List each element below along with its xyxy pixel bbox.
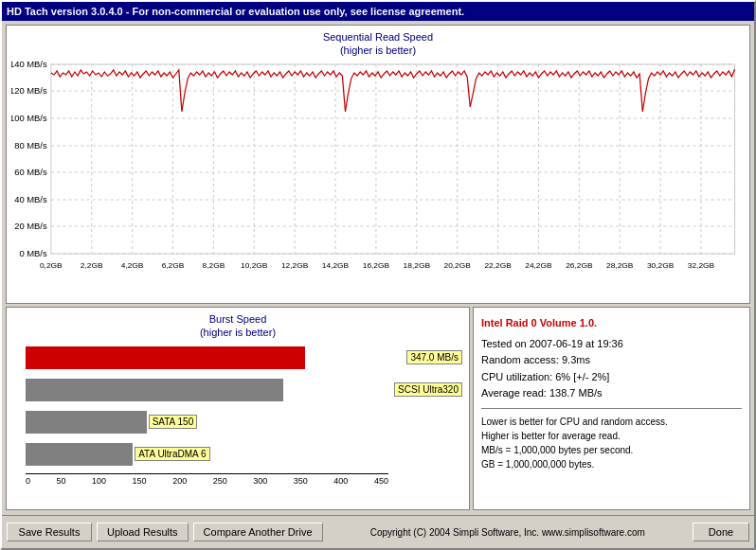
svg-text:80 MB/s: 80 MB/s xyxy=(14,141,47,151)
svg-text:14,2GB: 14,2GB xyxy=(322,261,350,270)
title-bar: HD Tach version 3.0.4.0 - For non-commer… xyxy=(2,2,754,21)
svg-text:24,2GB: 24,2GB xyxy=(525,261,552,270)
x-label-300: 300 xyxy=(253,476,267,486)
svg-text:12,2GB: 12,2GB xyxy=(281,261,309,270)
x-label-0: 0 xyxy=(26,476,30,486)
info-drive-title: Intel Raid 0 Volume 1.0. xyxy=(481,315,742,332)
burst-bar-scsi xyxy=(26,379,283,401)
burst-bar-ata xyxy=(26,443,133,466)
svg-text:32,2GB: 32,2GB xyxy=(688,261,715,270)
burst-chart-title: Burst Speed (higher is better) xyxy=(11,312,464,340)
svg-text:20,2GB: 20,2GB xyxy=(444,261,472,270)
info-line-3: CPU utilization: 6% [+/- 2%] xyxy=(481,369,742,386)
save-button[interactable]: Save Results xyxy=(7,523,92,541)
main-window: HD Tach version 3.0.4.0 - For non-commer… xyxy=(0,0,756,550)
svg-text:6,2GB: 6,2GB xyxy=(162,261,185,270)
sequential-chart-panel: Sequential Read Speed (higher is better) xyxy=(6,25,750,304)
svg-text:22,2GB: 22,2GB xyxy=(484,261,512,270)
burst-bar-1: 347.0 MB/s xyxy=(26,345,388,371)
info-divider xyxy=(481,408,742,409)
burst-bar-sata xyxy=(26,411,147,434)
burst-bar-2: SCSI Ultra320 xyxy=(26,377,388,403)
x-label-100: 100 xyxy=(92,476,106,486)
burst-chart-panel: Burst Speed (higher is better) 347.0 MB/… xyxy=(6,307,470,510)
info-line-4: Average read: 138.7 MB/s xyxy=(481,385,742,402)
burst-bar-2-label: SCSI Ultra320 xyxy=(394,382,462,397)
info-line-1: Tested on 2007-06-19 at 19:36 xyxy=(481,336,742,353)
upload-button[interactable]: Upload Results xyxy=(97,523,189,541)
svg-text:20 MB/s: 20 MB/s xyxy=(14,222,47,231)
info-panel: Intel Raid 0 Volume 1.0. Tested on 2007-… xyxy=(473,307,750,510)
info-note-4: GB = 1,000,000,000 bytes. xyxy=(481,457,742,471)
x-label-450: 450 xyxy=(374,476,388,486)
svg-text:40 MB/s: 40 MB/s xyxy=(14,195,47,204)
burst-bar-4-label: ATA UltraDMA 6 xyxy=(135,447,209,461)
svg-text:0,2GB: 0,2GB xyxy=(40,261,63,270)
svg-text:140 MB/s: 140 MB/s xyxy=(11,60,47,69)
burst-bar-3-label: SATA 150 xyxy=(149,415,198,429)
toolbar: Save Results Upload Results Compare Anot… xyxy=(2,515,754,548)
info-line-2: Random access: 9.3ms xyxy=(481,352,742,369)
content-area: Sequential Read Speed (higher is better) xyxy=(2,21,754,515)
x-label-50: 50 xyxy=(57,476,66,486)
burst-bar-1-label: 347.0 MB/s xyxy=(406,350,462,364)
svg-text:28,2GB: 28,2GB xyxy=(606,261,634,270)
sequential-chart-svg: 140 MB/s 120 MB/s 100 MB/s 80 MB/s 60 MB… xyxy=(11,60,745,277)
sequential-chart-area: 140 MB/s 120 MB/s 100 MB/s 80 MB/s 60 MB… xyxy=(11,60,745,277)
svg-text:100 MB/s: 100 MB/s xyxy=(11,114,47,123)
svg-text:2,2GB: 2,2GB xyxy=(81,261,103,270)
info-note-3: MB/s = 1,000,000 bytes per second. xyxy=(481,443,742,457)
burst-bar-red xyxy=(26,346,305,369)
svg-text:18,2GB: 18,2GB xyxy=(404,261,431,270)
x-label-250: 250 xyxy=(213,476,227,486)
info-note-2: Higher is better for average read. xyxy=(481,429,742,443)
svg-text:8,2GB: 8,2GB xyxy=(203,261,225,270)
svg-text:120 MB/s: 120 MB/s xyxy=(11,86,47,96)
x-label-350: 350 xyxy=(294,476,308,486)
burst-bar-4: ATA UltraDMA 6 xyxy=(26,441,388,468)
info-note-1: Lower is better for CPU and random acces… xyxy=(481,415,742,429)
burst-bars-container: 347.0 MB/s SCSI Ultra320 SATA 150 xyxy=(11,345,464,486)
done-button[interactable]: Done xyxy=(693,523,749,541)
svg-text:30,2GB: 30,2GB xyxy=(647,261,675,270)
sequential-chart-title: Sequential Read Speed (higher is better) xyxy=(11,30,745,58)
compare-button[interactable]: Compare Another Drive xyxy=(193,523,323,541)
x-label-150: 150 xyxy=(133,476,147,486)
svg-text:26,2GB: 26,2GB xyxy=(566,261,593,270)
window-title: HD Tach version 3.0.4.0 - For non-commer… xyxy=(7,6,464,17)
bottom-section: Burst Speed (higher is better) 347.0 MB/… xyxy=(6,307,750,510)
burst-x-axis: 0 50 100 150 200 250 300 350 400 450 xyxy=(26,473,388,486)
svg-text:60 MB/s: 60 MB/s xyxy=(14,168,47,177)
x-label-400: 400 xyxy=(333,476,348,486)
svg-text:10,2GB: 10,2GB xyxy=(241,261,268,270)
x-label-200: 200 xyxy=(172,476,187,486)
copyright-text: Copyright (C) 2004 Simpli Software, Inc.… xyxy=(328,527,688,538)
svg-text:4,2GB: 4,2GB xyxy=(121,261,144,270)
burst-bar-3: SATA 150 xyxy=(26,409,388,435)
svg-text:16,2GB: 16,2GB xyxy=(363,261,390,270)
svg-text:0 MB/s: 0 MB/s xyxy=(19,249,47,258)
info-notes: Lower is better for CPU and random acces… xyxy=(481,415,742,471)
svg-rect-0 xyxy=(51,64,735,254)
